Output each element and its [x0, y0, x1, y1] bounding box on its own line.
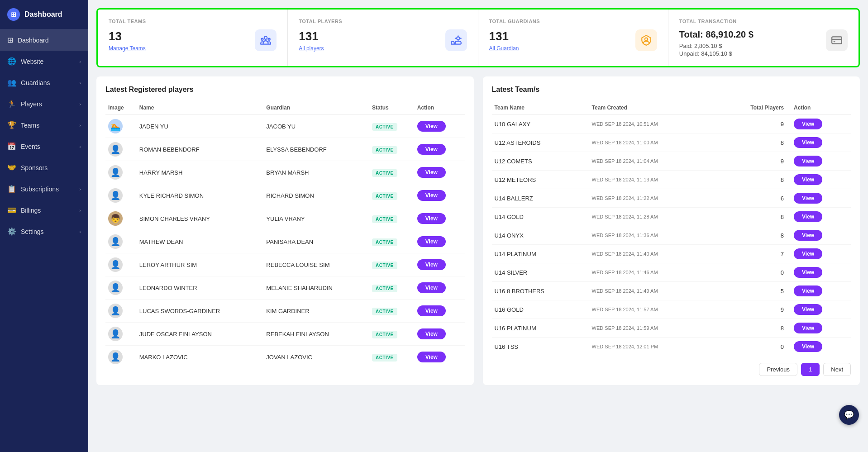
sidebar-item-left: ⊞ Dashboard: [7, 36, 49, 44]
teams-table: Team NameTeam CreatedTotal PlayersAction…: [492, 101, 851, 356]
svg-rect-1: [832, 37, 842, 43]
view-player-button[interactable]: View: [417, 121, 446, 132]
stat-total-teams: TOTAL TEAMS 13 Manage Teams: [98, 10, 288, 66]
sponsors-icon: 🤝: [7, 163, 16, 172]
table-row: U10 GALAXYWED SEP 18 2024, 10:51 AM9View: [492, 115, 851, 133]
team-action: View: [791, 300, 851, 319]
all-players-link[interactable]: All players: [299, 45, 324, 52]
view-player-button[interactable]: View: [417, 236, 446, 247]
previous-button[interactable]: Previous: [759, 363, 797, 376]
table-row: U14 SILVERWED SEP 18 2024, 11:46 AM0View: [492, 263, 851, 282]
player-avatar-cell: 👤: [105, 230, 137, 253]
player-status: ACTIVE: [369, 161, 415, 184]
view-player-button[interactable]: View: [417, 352, 446, 362]
view-team-button[interactable]: View: [794, 323, 822, 333]
sidebar-item-events[interactable]: 📅 Events ›: [0, 136, 88, 157]
main-content: TOTAL TEAMS 13 Manage Teams TOTAL PLAYER…: [88, 0, 868, 452]
view-team-button[interactable]: View: [794, 267, 822, 278]
view-player-button[interactable]: View: [417, 213, 446, 224]
view-player-button[interactable]: View: [417, 282, 446, 293]
sidebar-item-subscriptions[interactable]: 📋 Subscriptions ›: [0, 178, 88, 200]
team-name: U16 PLATINUM: [492, 319, 589, 338]
sidebar-item-players[interactable]: 🏃 Players ›: [0, 93, 88, 114]
team-total-players: 0: [715, 263, 791, 282]
all-guardian-link[interactable]: All Guardian: [489, 45, 519, 52]
sidebar-item-billings[interactable]: 💳 Billings ›: [0, 200, 88, 221]
team-created: WED SEP 18 2024, 11:57 AM: [589, 300, 715, 319]
sidebar-item-teams[interactable]: 🏆 Teams ›: [0, 114, 88, 136]
chevron-icon-website: ›: [79, 59, 81, 64]
avatar: 👤: [108, 350, 123, 364]
chevron-icon-teams: ›: [79, 123, 81, 128]
chat-fab[interactable]: 💬: [839, 405, 859, 425]
team-action: View: [791, 189, 851, 208]
teams-col-action: Action: [791, 101, 851, 115]
player-guardian: REBECCA LOUISE SIM: [263, 253, 369, 276]
table-row: 👤MARKO LAZOVICJOVAN LAZOVICACTIVEView: [105, 346, 465, 369]
player-status: ACTIVE: [369, 253, 415, 276]
view-player-button[interactable]: View: [417, 190, 446, 201]
page-1-button[interactable]: 1: [801, 363, 820, 376]
sidebar-item-sponsors[interactable]: 🤝 Sponsors: [0, 157, 88, 178]
player-action: View: [415, 207, 465, 230]
team-total-players: 8: [715, 226, 791, 245]
view-team-button[interactable]: View: [794, 174, 822, 185]
stat-transaction-label: TOTAL TRANSACTION: [679, 19, 848, 24]
view-team-button[interactable]: View: [794, 285, 822, 296]
sidebar-item-website[interactable]: 🌐 Website ›: [0, 51, 88, 72]
manage-teams-link[interactable]: Manage Teams: [109, 45, 146, 52]
view-player-button[interactable]: View: [417, 328, 446, 339]
player-guardian: REBEKAH FINLAYSON: [263, 323, 369, 346]
view-player-button[interactable]: View: [417, 167, 446, 178]
sidebar-label-teams: Teams: [21, 122, 39, 129]
settings-icon: ⚙️: [7, 227, 16, 236]
player-avatar-cell: 👤: [105, 138, 137, 161]
view-player-button[interactable]: View: [417, 305, 446, 316]
team-total-players: 0: [715, 338, 791, 356]
team-action: View: [791, 338, 851, 356]
sidebar-label-billings: Billings: [21, 207, 41, 214]
team-created: WED SEP 18 2024, 11:04 AM: [589, 152, 715, 171]
players-icon-box: [445, 29, 467, 51]
sidebar-item-dashboard[interactable]: ⊞ Dashboard: [0, 29, 88, 51]
view-team-button[interactable]: View: [794, 193, 822, 204]
team-created: WED SEP 18 2024, 11:36 AM: [589, 226, 715, 245]
view-team-button[interactable]: View: [794, 211, 822, 222]
table-row: 👤KYLE RICHARD SIMONRICHARD SIMONACTIVEVi…: [105, 184, 465, 207]
player-avatar-cell: 🏊: [105, 115, 137, 138]
sidebar-item-left: 🏆 Teams: [7, 121, 39, 129]
sidebar-item-left: 💳 Billings: [7, 206, 41, 214]
player-name: HARRY MARSH: [137, 161, 264, 184]
view-team-button[interactable]: View: [794, 341, 822, 352]
view-team-button[interactable]: View: [794, 230, 822, 241]
table-row: U14 PLATINUMWED SEP 18 2024, 11:40 AM7Vi…: [492, 245, 851, 263]
sidebar-item-guardians[interactable]: 👥 Guardians ›: [0, 72, 88, 93]
player-status: ACTIVE: [369, 138, 415, 161]
svg-rect-2: [833, 41, 835, 42]
players-col-guardian: Guardian: [263, 101, 369, 115]
avatar: 👤: [108, 257, 123, 272]
chevron-icon-events: ›: [79, 144, 81, 149]
view-player-button[interactable]: View: [417, 259, 446, 270]
view-team-button[interactable]: View: [794, 119, 822, 129]
stats-row: TOTAL TEAMS 13 Manage Teams TOTAL PLAYER…: [96, 8, 860, 67]
view-team-button[interactable]: View: [794, 156, 822, 167]
next-button[interactable]: Next: [823, 363, 851, 376]
view-team-button[interactable]: View: [794, 137, 822, 148]
sidebar-item-settings[interactable]: ⚙️ Settings ›: [0, 221, 88, 242]
status-badge: ACTIVE: [372, 123, 397, 131]
view-team-button[interactable]: View: [794, 248, 822, 259]
team-created: WED SEP 18 2024, 11:22 AM: [589, 189, 715, 208]
avatar: 👤: [108, 327, 123, 341]
view-team-button[interactable]: View: [794, 304, 822, 315]
sidebar-logo: ⊞ Dashboard: [0, 0, 88, 29]
player-status: ACTIVE: [369, 184, 415, 207]
status-badge: ACTIVE: [372, 169, 397, 177]
player-action: View: [415, 138, 465, 161]
player-action: View: [415, 161, 465, 184]
team-name: U16 8 BROTHERS: [492, 282, 589, 300]
table-row: 👤JUDE OSCAR FINLAYSONREBEKAH FINLAYSONAC…: [105, 323, 465, 346]
view-player-button[interactable]: View: [417, 144, 446, 155]
player-status: ACTIVE: [369, 230, 415, 253]
table-row: U12 COMETSWED SEP 18 2024, 11:04 AM9View: [492, 152, 851, 171]
